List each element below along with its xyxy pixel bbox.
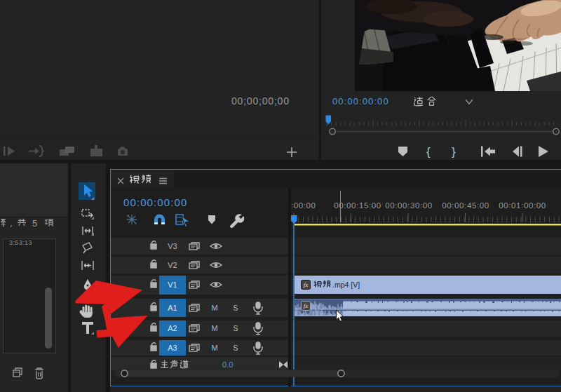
svg-text:}: } bbox=[452, 145, 456, 158]
svg-text:{: { bbox=[426, 145, 431, 158]
